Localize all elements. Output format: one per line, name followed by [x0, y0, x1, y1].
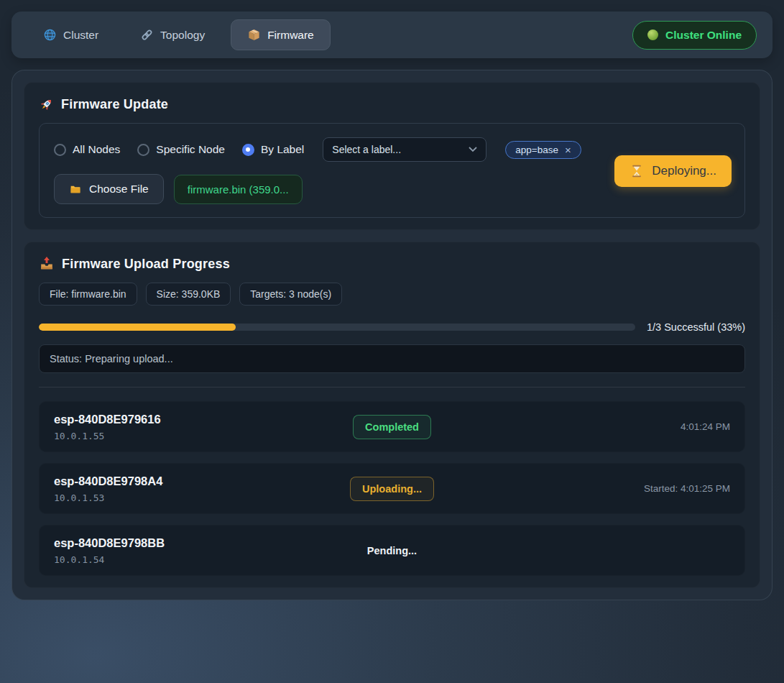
node-row: esp-840D8E9798BB 10.0.1.54 Pending... [39, 525, 745, 576]
progress-bar [39, 324, 635, 331]
cluster-status-badge: Cluster Online [632, 21, 757, 50]
firmware-update-title: Firmware Update [39, 96, 745, 113]
status-message: Status: Preparing upload... [39, 344, 745, 373]
section-title-text: Firmware Upload Progress [62, 255, 230, 272]
node-name: esp-840D8E979616 [54, 413, 353, 426]
nav-item-label: Firmware [267, 29, 314, 42]
link-icon [140, 28, 154, 42]
node-time: 4:01:24 PM [431, 421, 730, 432]
node-ip: 10.0.1.55 [54, 431, 353, 441]
label-tag: app=base × [505, 141, 581, 159]
label-tag-text: app=base [515, 145, 558, 155]
target-mode-row: All Nodes Specific Node By Label Select … [54, 137, 600, 162]
choose-file-label: Choose File [89, 183, 149, 196]
upload-progress-title: Firmware Upload Progress [39, 255, 745, 272]
upload-meta-row: File: firmware.bin Size: 359.0KB Targets… [39, 283, 745, 306]
file-row: Choose File firmware.bin (359.0... [54, 174, 600, 204]
status-text-pending: Pending... [367, 545, 417, 556]
radio-all-nodes[interactable]: All Nodes [54, 143, 120, 156]
nav-item-cluster[interactable]: Cluster [27, 20, 114, 50]
nav-item-label: Topology [160, 29, 205, 42]
upload-progress-card: Firmware Upload Progress File: firmware.… [24, 242, 760, 588]
node-list: esp-840D8E979616 10.0.1.55 Completed 4:0… [39, 401, 745, 576]
radio-icon[interactable] [137, 144, 149, 156]
green-dot-icon [647, 29, 658, 40]
globe-icon [43, 28, 57, 42]
selected-file-name: firmware.bin (359.0... [174, 175, 303, 204]
node-row: esp-840D8E9798A4 10.0.1.53 Uploading... … [39, 463, 745, 514]
node-ip: 10.0.1.53 [54, 492, 350, 503]
tag-remove-icon[interactable]: × [565, 145, 571, 155]
upload-tray-icon [39, 256, 55, 272]
file-badge: File: firmware.bin [39, 283, 137, 306]
size-badge: Size: 359.0KB [146, 283, 231, 306]
node-info: esp-840D8E9798BB 10.0.1.54 [54, 536, 367, 565]
node-name: esp-840D8E9798BB [54, 536, 367, 550]
choose-file-button[interactable]: Choose File [54, 174, 164, 204]
progress-row: 1/3 Successful (33%) [39, 321, 745, 333]
deploy-form: All Nodes Specific Node By Label Select … [39, 123, 745, 218]
status-badge-completed: Completed [353, 415, 431, 439]
firmware-update-card: Firmware Update All Nodes Specific Node … [24, 82, 760, 230]
nav-item-label: Cluster [63, 29, 98, 42]
radio-icon[interactable] [242, 144, 254, 156]
label-select[interactable]: Select a label... [323, 137, 486, 162]
progress-fill [39, 324, 236, 331]
node-status: Uploading... [350, 477, 434, 501]
main-panel: Firmware Update All Nodes Specific Node … [11, 70, 773, 600]
hourglass-icon [629, 164, 644, 178]
deploy-button-label: Deploying... [652, 164, 716, 178]
radio-specific-node[interactable]: Specific Node [137, 143, 225, 156]
top-nav: Cluster Topology Firmware Cluster Online [11, 12, 773, 58]
nav-item-firmware[interactable]: Firmware [231, 19, 331, 50]
targets-badge: Targets: 3 node(s) [239, 283, 342, 306]
rocket-icon [39, 97, 54, 112]
folder-icon [69, 183, 82, 196]
node-name: esp-840D8E9798A4 [54, 475, 350, 488]
node-ip: 10.0.1.54 [54, 554, 367, 565]
node-time: Started: 4:01:25 PM [434, 483, 730, 494]
deploy-button[interactable]: Deploying... [614, 155, 732, 187]
progress-label: 1/3 Successful (33%) [647, 321, 745, 333]
node-status: Completed [353, 415, 431, 439]
package-icon [247, 28, 261, 42]
divider [39, 387, 745, 388]
section-title-text: Firmware Update [61, 96, 168, 113]
cluster-status-label: Cluster Online [665, 29, 742, 42]
node-row: esp-840D8E979616 10.0.1.55 Completed 4:0… [39, 401, 745, 452]
chevron-down-icon [469, 147, 477, 152]
node-info: esp-840D8E9798A4 10.0.1.53 [54, 475, 350, 503]
radio-icon[interactable] [54, 144, 66, 156]
label-select-placeholder: Select a label... [332, 144, 401, 155]
node-info: esp-840D8E979616 10.0.1.55 [54, 413, 353, 441]
status-badge-uploading: Uploading... [350, 477, 434, 501]
radio-by-label[interactable]: By Label [242, 143, 304, 156]
nav-item-topology[interactable]: Topology [124, 20, 221, 50]
node-status: Pending... [367, 544, 417, 557]
